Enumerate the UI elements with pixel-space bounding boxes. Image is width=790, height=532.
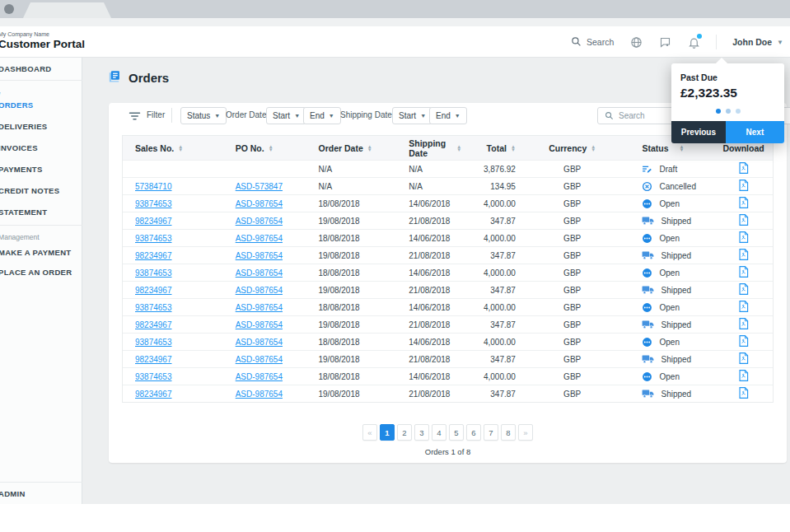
sales-no-link[interactable]: 98234967 — [135, 217, 172, 226]
po-no-link[interactable]: ASD-987654 — [236, 286, 283, 295]
sidebar-item-credit-notes[interactable]: CREDIT NOTES — [0, 185, 59, 197]
download-pdf-icon[interactable] — [738, 283, 749, 295]
popup-next-button[interactable]: Next — [726, 121, 784, 143]
notification-badge — [697, 34, 702, 39]
po-no-link[interactable]: ASD-987654 — [236, 303, 283, 312]
carousel-dot-3[interactable] — [736, 109, 741, 114]
page-button-7[interactable]: 7 — [484, 424, 498, 441]
sales-no-link[interactable]: 93874653 — [135, 199, 172, 208]
bell-icon[interactable] — [687, 35, 700, 49]
sales-no-link[interactable]: 93874653 — [135, 234, 172, 243]
shipped-icon — [642, 354, 654, 364]
sales-no-link[interactable]: 93874653 — [135, 372, 172, 381]
globe-icon[interactable] — [629, 35, 643, 49]
po-no-link[interactable]: ASD-987654 — [236, 320, 283, 329]
status-filter-dropdown[interactable]: Status▼ — [180, 107, 227, 124]
po-no-link[interactable]: ASD-987654 — [236, 199, 283, 208]
page-button-4[interactable]: 4 — [432, 424, 446, 441]
sidebar-item-statement[interactable]: STATEMENT — [0, 207, 47, 218]
column-header-po-no-: PO No.▲▼ — [215, 143, 293, 153]
sort-icon[interactable]: ▲▼ — [680, 145, 685, 152]
table-row: 93874653ASD-98765418/08/201814/06/20184,… — [123, 333, 773, 350]
sales-no-link[interactable]: 98234967 — [135, 251, 172, 260]
sort-icon[interactable]: ▲▼ — [511, 145, 516, 152]
sales-no-link[interactable]: 98234967 — [135, 320, 172, 329]
shipping-date-cell: 14/06/2018 — [375, 303, 461, 312]
download-pdf-icon[interactable] — [738, 214, 749, 226]
page-button-1[interactable]: 1 — [380, 424, 395, 441]
prev-page-button[interactable]: « — [362, 424, 377, 441]
shipped-icon — [642, 320, 654, 329]
currency-cell: GBP — [519, 355, 626, 364]
page-button-8[interactable]: 8 — [501, 424, 516, 441]
sort-icon[interactable]: ▲▼ — [178, 145, 183, 152]
sidebar-item-place-an-order[interactable]: PLACE AN ORDER — [0, 267, 72, 278]
download-pdf-icon[interactable] — [738, 370, 749, 381]
shipped-icon — [642, 250, 654, 260]
chat-icon[interactable] — [658, 35, 671, 49]
sales-no-link[interactable]: 93874653 — [135, 338, 172, 347]
shipping-date-start-dropdown[interactable]: Start▼ — [392, 107, 432, 124]
sidebar-item-admin[interactable]: ADMIN — [0, 488, 26, 500]
sidebar-item-make-a-payment[interactable]: MAKE A PAYMENT — [0, 247, 71, 259]
page-button-2[interactable]: 2 — [397, 424, 412, 441]
sales-no-link[interactable]: 98234967 — [135, 355, 172, 364]
pagination: «12345678» — [109, 424, 787, 441]
po-no-link[interactable]: ASD-987654 — [236, 268, 283, 278]
shipping-date-end-dropdown[interactable]: End▼ — [429, 107, 467, 124]
order-date-cell: 19/08/2018 — [292, 286, 375, 295]
page-button-6[interactable]: 6 — [466, 424, 481, 441]
filter-label[interactable]: Filter — [147, 107, 165, 124]
page-button-5[interactable]: 5 — [449, 424, 464, 441]
sales-no-link[interactable]: 93874653 — [135, 303, 172, 312]
popup-previous-button[interactable]: Previous — [671, 121, 726, 143]
header-search-button[interactable]: Search — [571, 36, 614, 49]
po-no-link[interactable]: ASD-987654 — [236, 234, 283, 243]
po-no-link[interactable]: ASD-987654 — [236, 251, 283, 260]
sales-no-link[interactable]: 93874653 — [135, 268, 172, 278]
sidebar-item-payments[interactable]: PAYMENTS — [0, 164, 43, 175]
sales-no-link[interactable]: 98234967 — [135, 390, 172, 399]
browser-tab[interactable] — [23, 2, 111, 18]
po-no-link[interactable]: ASD-987654 — [236, 217, 283, 226]
shipping-date-cell: 14/06/2018 — [375, 268, 461, 278]
download-pdf-icon[interactable] — [738, 180, 749, 191]
download-pdf-icon[interactable] — [738, 318, 749, 329]
sales-no-link[interactable]: 57384710 — [135, 182, 172, 191]
download-pdf-icon[interactable] — [738, 266, 749, 278]
po-no-link[interactable]: ASD-573847 — [236, 182, 283, 191]
order-date-start-dropdown[interactable]: Start▼ — [266, 107, 306, 124]
po-no-link[interactable]: ASD-987654 — [236, 390, 283, 399]
sidebar-item-orders[interactable]: ORDERS — [0, 100, 33, 111]
user-menu[interactable]: John Doe ▼ — [732, 37, 783, 47]
download-pdf-icon[interactable] — [738, 162, 749, 174]
sidebar-item-invoices[interactable]: INVOICES — [0, 142, 38, 154]
carousel-dot-1[interactable] — [716, 109, 721, 114]
column-header-shipping-date: Shipping Date▲▼ — [375, 138, 461, 158]
download-pdf-icon[interactable] — [738, 352, 749, 364]
page-button-3[interactable]: 3 — [414, 424, 429, 441]
download-pdf-icon[interactable] — [738, 249, 749, 260]
sort-icon[interactable]: ▲▼ — [269, 145, 273, 152]
chevron-down-icon: ▼ — [455, 113, 460, 119]
order-date-cell: 18/08/2018 — [292, 338, 375, 347]
download-pdf-icon[interactable] — [738, 301, 749, 312]
sort-icon[interactable]: ▲▼ — [591, 145, 596, 152]
download-pdf-icon[interactable] — [738, 231, 749, 243]
sort-icon[interactable]: ▲▼ — [367, 145, 372, 152]
sidebar-item-deliveries[interactable]: DELIVERIES — [0, 121, 48, 133]
download-pdf-icon[interactable] — [738, 197, 749, 208]
sales-no-cell: 57384710 — [123, 182, 215, 191]
sales-no-link[interactable]: 98234967 — [135, 286, 172, 295]
sidebar-item-dashboard[interactable]: DASHBOARD — [0, 63, 51, 75]
column-header-download: Download — [714, 143, 773, 153]
order-date-end-dropdown[interactable]: End▼ — [303, 107, 341, 124]
download-pdf-icon[interactable] — [738, 387, 749, 399]
po-no-link[interactable]: ASD-987654 — [236, 338, 283, 347]
po-no-link[interactable]: ASD-987654 — [236, 372, 283, 381]
download-pdf-icon[interactable] — [738, 335, 749, 347]
carousel-dot-2[interactable] — [726, 109, 731, 114]
po-no-link[interactable]: ASD-987654 — [236, 355, 283, 364]
orders-page-icon — [107, 69, 121, 86]
next-page-button[interactable]: » — [518, 424, 533, 441]
